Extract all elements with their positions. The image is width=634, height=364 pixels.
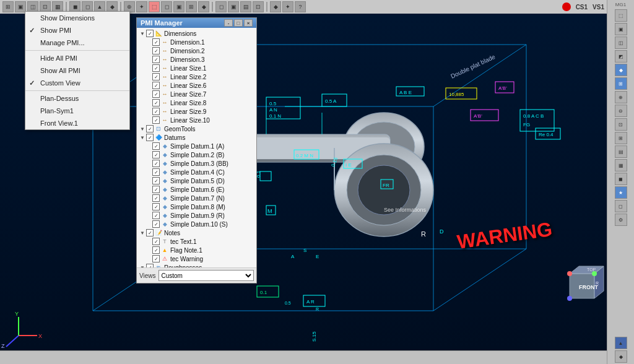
tree-item-ls2[interactable]: ✓ ↔ Linear Size.2	[137, 72, 256, 81]
sd10-checkbox[interactable]: ✓	[152, 220, 160, 228]
pmi-close-button[interactable]: ×	[244, 19, 253, 27]
dimensions-checkbox[interactable]: ✓	[146, 30, 154, 37]
sd3-checkbox[interactable]: ✓	[152, 160, 160, 167]
geomtools-toggle[interactable]: ▼	[139, 126, 145, 132]
toolbar-icon-12[interactable]: ⬚	[149, 1, 160, 12]
datums-toggle[interactable]: ▼	[139, 134, 145, 141]
menu-item-show-pmi[interactable]: Show PMI	[25, 24, 129, 37]
sd2-checkbox[interactable]: ✓	[152, 151, 160, 158]
rt-icon-view6[interactable]: ⊞	[615, 77, 627, 90]
pmi-maximize-button[interactable]: □	[234, 19, 243, 27]
toolbar-icon-23[interactable]: ?	[295, 1, 306, 12]
views-select[interactable]: Custom	[158, 270, 254, 281]
sd6-checkbox[interactable]: ✓	[152, 186, 160, 193]
rt-icon-settings[interactable]: ⚙	[615, 214, 627, 226]
tree-item-ls6[interactable]: ✓ ↔ Linear Size.6	[137, 81, 256, 90]
geomtools-checkbox[interactable]: ✓	[146, 125, 154, 132]
toolbar-icon-21[interactable]: ◆	[270, 1, 281, 12]
tree-item-ls9[interactable]: ✓ ↔ Linear Size.9	[137, 107, 256, 116]
notes-toggle[interactable]: ▼	[139, 230, 145, 236]
ls1-checkbox[interactable]: ✓	[152, 64, 160, 72]
toolbar-icon-14[interactable]: ▣	[173, 1, 185, 12]
tree-item-roughnesses[interactable]: ▼ ✓ ≋ Roughnesses	[137, 263, 256, 267]
toolbar-icon-16[interactable]: ◆	[198, 1, 209, 12]
rt-icon-zoom4[interactable]: ⊞	[615, 132, 627, 144]
menu-item-plan-sym1[interactable]: Plan-Sym1	[25, 105, 129, 117]
menu-item-front-view[interactable]: Front View.1	[25, 117, 129, 129]
tree-item-sd1[interactable]: ✓ ◆ Simple Datum.1 (A)	[137, 142, 256, 150]
tree-item-sd6[interactable]: ✓ ◆ Simple Datum.6 (E)	[137, 185, 256, 194]
rt-icon-zoom3[interactable]: ⊡	[615, 118, 627, 131]
toolbar-icon-20[interactable]: ⊡	[253, 1, 264, 12]
tree-item-sd4[interactable]: ✓ ◆ Simple Datum.4 (C)	[137, 168, 256, 176]
tree-item-warning[interactable]: ✓ ⚠ tec Warning	[137, 254, 256, 263]
toolbar-icon-19[interactable]: ▤	[240, 1, 251, 12]
toolbar-icon-1[interactable]: ⊞	[2, 1, 14, 12]
menu-item-hide-all[interactable]: Hide All PMI	[25, 52, 129, 64]
dim3-checkbox[interactable]: ✓	[152, 56, 160, 63]
stop-button[interactable]	[562, 2, 571, 11]
notes-checkbox[interactable]: ✓	[146, 229, 154, 236]
rt-icon-view3[interactable]: ◫	[615, 37, 627, 49]
menu-item-show-dimensions[interactable]: Show Dimensions	[25, 12, 129, 24]
tree-item-dimensions[interactable]: ▼ ✓ 📐 Dimensions	[137, 29, 256, 38]
tree-item-sd7[interactable]: ✓ ◆ Simple Datum.7 (N)	[137, 194, 256, 202]
tree-item-datums[interactable]: ▼ ✓ 🔷 Datums	[137, 133, 256, 142]
toolbar-icon-15[interactable]: ⊞	[186, 1, 197, 12]
tree-item-sd9[interactable]: ✓ ◆ Simple Datum.9 (R)	[137, 211, 256, 220]
tree-item-sd10[interactable]: ✓ ◆ Simple Datum.10 (S)	[137, 220, 256, 228]
tree-item-text1[interactable]: ✓ T tec Text.1	[137, 237, 256, 246]
tree-item-dim3[interactable]: ✓ ↔ Dimension.3	[137, 55, 256, 64]
sd8-checkbox[interactable]: ✓	[152, 203, 160, 210]
dim2-checkbox[interactable]: ✓	[152, 47, 160, 54]
menu-item-custom-view[interactable]: Custom View	[25, 77, 129, 89]
rt-icon-render1[interactable]: ▤	[615, 145, 627, 158]
rt-icon-zoom2[interactable]: ⊖	[615, 105, 627, 117]
menu-item-plan-dessus[interactable]: Plan-Dessus	[25, 92, 129, 105]
menu-item-manage-pmi[interactable]: Manage PMI...	[25, 37, 129, 49]
ls8-checkbox[interactable]: ✓	[152, 99, 160, 106]
sd1-checkbox[interactable]: ✓	[152, 142, 160, 150]
dim1-checkbox[interactable]: ✓	[152, 38, 160, 46]
tree-item-sd2[interactable]: ✓ ◆ Simple Datum.2 (B)	[137, 150, 256, 159]
flagnote1-checkbox[interactable]: ✓	[152, 246, 160, 254]
rt-icon-view4[interactable]: ◩	[615, 50, 627, 63]
rt-icon-bottom1[interactable]: ▲	[615, 337, 627, 349]
sd5-checkbox[interactable]: ✓	[152, 177, 160, 184]
ls9-checkbox[interactable]: ✓	[152, 108, 160, 115]
rt-icon-zoom1[interactable]: ⊕	[615, 91, 627, 103]
tree-item-sd3[interactable]: ✓ ◆ Simple Datum.3 (BB)	[137, 159, 256, 168]
rt-icon-view1[interactable]: ⬚	[615, 9, 627, 22]
toolbar-icon-11[interactable]: ✦	[136, 1, 147, 12]
tree-item-notes[interactable]: ▼ ✓ 📝 Notes	[137, 228, 256, 237]
ls2-checkbox[interactable]: ✓	[152, 73, 160, 80]
ls6-checkbox[interactable]: ✓	[152, 82, 160, 89]
tree-item-dim2[interactable]: ✓ ↔ Dimension.2	[137, 46, 256, 55]
tree-item-flagnote1[interactable]: ✓ ▲ Flag Note.1	[137, 246, 256, 254]
warning-checkbox[interactable]: ✓	[152, 255, 160, 262]
sd9-checkbox[interactable]: ✓	[152, 212, 160, 219]
toolbar-icon-13[interactable]: ◻	[161, 1, 172, 12]
toolbar-icon-18[interactable]: ▣	[228, 1, 239, 12]
pmi-title-bar[interactable]: PMI Manager - □ ×	[137, 18, 256, 28]
tree-item-ls7[interactable]: ✓ ↔ Linear Size.7	[137, 90, 256, 98]
dimensions-toggle[interactable]: ▼	[139, 30, 145, 37]
toolbar-icon-22[interactable]: ✦	[282, 1, 293, 12]
tree-item-ls1[interactable]: ✓ ↔ Linear Size.1	[137, 64, 256, 72]
menu-item-show-all[interactable]: Show All PMI	[25, 64, 129, 77]
ls10-checkbox[interactable]: ✓	[152, 116, 160, 124]
rt-icon-view2[interactable]: ▣	[615, 23, 627, 35]
toolbar-icon-17[interactable]: ◻	[215, 1, 227, 12]
tree-item-sd5[interactable]: ✓ ◆ Simple Datum.5 (D)	[137, 176, 256, 185]
pmi-minimize-button[interactable]: -	[224, 19, 233, 27]
sd4-checkbox[interactable]: ✓	[152, 168, 160, 176]
rt-icon-view5[interactable]: ◆	[615, 64, 627, 76]
sd7-checkbox[interactable]: ✓	[152, 194, 160, 202]
tree-item-sd8[interactable]: ✓ ◆ Simple Datum.8 (M)	[137, 202, 256, 211]
ls7-checkbox[interactable]: ✓	[152, 90, 160, 98]
text1-checkbox[interactable]: ✓	[152, 238, 160, 245]
datums-checkbox[interactable]: ✓	[146, 134, 154, 141]
rt-icon-render4[interactable]: ★	[615, 186, 627, 199]
rt-icon-bottom2[interactable]: ◆	[615, 350, 627, 363]
tree-item-geomtools[interactable]: ▼ ✓ ⊡ GeomTools	[137, 124, 256, 133]
